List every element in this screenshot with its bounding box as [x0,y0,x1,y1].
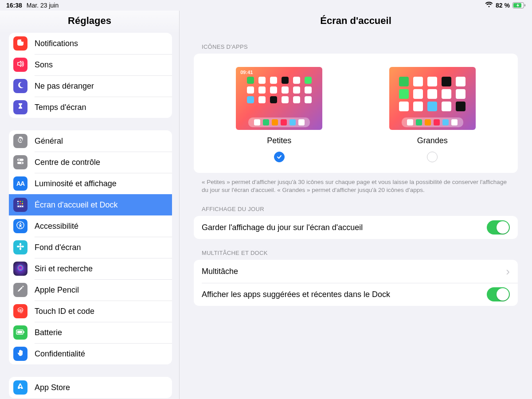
touchid-label: Touch ID et code [35,307,94,316]
svg-rect-14 [22,203,23,204]
large-caption: Grandes [417,136,448,145]
svg-point-8 [21,162,22,164]
sidebar-title: Réglages [0,11,179,33]
preview-small: 09:41 [236,67,322,130]
sidebar-item-notifications[interactable]: Notifications [9,33,172,54]
pencil-label: Apple Pencil [35,286,79,295]
siri-label: Siri et recherche [35,264,93,274]
hand-icon [16,349,24,359]
moon-icon [16,81,24,91]
svg-point-23 [20,247,21,250]
notifications-label: Notifications [35,39,78,48]
sidebar-item-home-dock[interactable]: Écran d'accueil et Dock [9,194,172,215]
svg-rect-29 [17,331,22,333]
chevron-right-icon: › [506,265,510,278]
svg-point-20 [20,223,21,224]
sidebar-item-dnd[interactable]: Ne pas déranger [9,75,172,97]
battery-percent: 82 % [496,2,510,9]
sidebar-item-general[interactable]: Général [9,130,172,152]
svg-rect-17 [20,206,21,207]
svg-point-25 [21,246,24,247]
radio-large-unchecked[interactable] [427,152,438,162]
home-dock-label: Écran d'accueil et Dock [35,200,118,210]
accessibility-icon [16,221,24,231]
svg-rect-18 [22,206,23,207]
sidebar-item-wallpaper[interactable]: Fond d'écran [9,237,172,258]
detail-title: Écran d'accueil [180,11,532,33]
icon-size-footnote: « Petites » permet d'afficher jusqu'à 30… [202,178,510,194]
row-suggested-apps[interactable]: Afficher les apps suggérées et récentes … [194,283,518,306]
row-multitasking[interactable]: Multitâche › [194,260,518,283]
appstore-label: App Store [35,383,70,392]
today-view-panel: Garder l'affichage du jour sur l'écran d… [194,216,518,239]
sidebar-item-sounds[interactable]: Sons [9,54,172,75]
sidebar-item-display[interactable]: AA Luminosité et affichage [9,173,172,194]
screentime-label: Temps d'écran [35,103,86,112]
sidebar-item-battery[interactable]: Batterie [9,322,172,343]
status-date: Mar. 23 juin [27,2,59,9]
status-bar: 16:38 Mar. 23 juin 82 % [0,0,532,11]
accessibility-label: Accessibilité [35,222,78,231]
detail-pane: Écran d'accueil ICÔNES D'APPS 09:41 Peti… [180,11,532,399]
wifi-icon [485,2,493,9]
option-large-icons[interactable]: Grandes [389,67,476,162]
fingerprint-icon [16,306,24,316]
section-app-icons: ICÔNES D'APPS [202,43,518,50]
svg-point-21 [20,246,21,247]
hourglass-icon [16,102,24,112]
preview-clock: 09:41 [240,70,253,75]
flower-icon [16,243,24,252]
section-today-view: AFFICHAGE DU JOUR [202,206,518,212]
sidebar-item-screentime[interactable]: Temps d'écran [9,97,172,118]
svg-rect-12 [17,203,19,204]
small-caption: Petites [267,136,291,145]
multitasking-label: Multitâche [202,267,238,276]
battery-label: Batterie [35,328,62,337]
icon-size-panel: 09:41 Petites [194,54,518,173]
appstore-icon [16,383,24,392]
battery-icon [512,2,526,8]
sidebar-item-touchid[interactable]: Touch ID et code [9,301,172,322]
dnd-label: Ne pas déranger [35,82,94,91]
svg-rect-9 [17,201,19,202]
switch-keep-today[interactable] [487,220,510,235]
status-time: 16:38 [6,2,22,9]
multitasking-panel: Multitâche › Afficher les apps suggérées… [194,260,518,306]
sidebar-group-general: Général Centre de contrôle AA Luminosité… [9,130,172,364]
sidebar-item-pencil[interactable]: Apple Pencil [9,279,172,301]
battery-settings-icon [16,329,25,336]
wallpaper-label: Fond d'écran [35,243,81,252]
sidebar-item-control-center[interactable]: Centre de contrôle [9,152,172,173]
sidebar-group-attention: Notifications Sons Ne pas déranger Temps… [9,33,172,118]
control-center-label: Centre de contrôle [35,158,100,167]
svg-point-24 [17,246,20,247]
home-grid-icon [16,200,25,210]
svg-rect-10 [20,201,21,202]
svg-point-4 [21,39,24,42]
preview-large [389,67,476,130]
section-multitasking: MULTITÂCHE ET DOCK [202,250,518,256]
option-small-icons[interactable]: 09:41 Petites [236,67,322,162]
notifications-icon [16,39,24,48]
svg-rect-30 [23,331,24,333]
display-label: Luminosité et affichage [35,179,117,188]
svg-rect-16 [18,206,19,207]
svg-rect-5 [17,159,23,161]
sounds-label: Sons [35,60,53,70]
suggested-apps-label: Afficher les apps suggérées et récentes … [202,290,390,299]
sidebar-group-store: App Store [9,377,172,398]
svg-point-7 [18,159,20,160]
general-label: Général [35,137,63,146]
privacy-label: Confidentialité [35,349,85,359]
svg-rect-6 [17,162,23,164]
radio-small-checked[interactable] [274,152,285,162]
settings-sidebar: Réglages Notifications Sons Ne pas déran… [0,11,180,399]
sidebar-item-siri[interactable]: Siri et recherche [9,258,172,279]
sidebar-item-accessibility[interactable]: Accessibilité [9,215,172,237]
sidebar-item-privacy[interactable]: Confidentialité [9,343,172,364]
toggles-icon [16,157,24,167]
sidebar-item-appstore[interactable]: App Store [9,377,172,398]
row-keep-today-view[interactable]: Garder l'affichage du jour sur l'écran d… [194,216,518,239]
svg-rect-11 [22,201,23,202]
switch-suggested-apps[interactable] [487,287,510,301]
